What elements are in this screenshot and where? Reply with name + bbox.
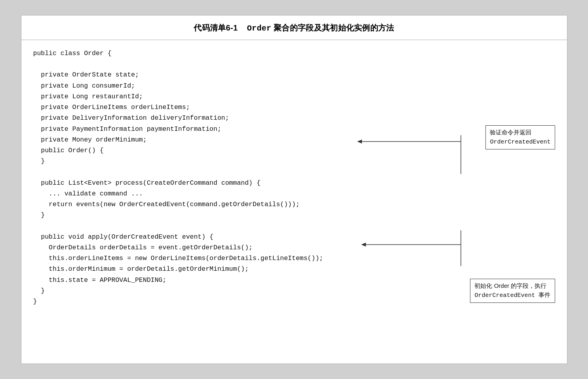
page-container: 代码清单6-1 Order 聚合的字段及其初始化实例的方法 public cla… <box>0 0 588 379</box>
code-block: public class Order { private OrderState … <box>33 48 555 307</box>
annotation-2-container: 初始化 Order 的字段，执行 OrderCreatedEvent 事件 <box>470 279 555 303</box>
annotation-1-line1: 验证命令并返回 <box>490 129 531 136</box>
title-code: Order <box>247 24 272 33</box>
code-area: public class Order { private OrderState … <box>21 40 567 315</box>
title-prefix: 代码清单6-1 <box>194 23 238 32</box>
annotation-1-container: 验证命令并返回 OrderCreatedEvent <box>485 125 555 149</box>
listing-title: 代码清单6-1 Order 聚合的字段及其初始化实例的方法 <box>21 15 567 40</box>
code-listing: 代码清单6-1 Order 聚合的字段及其初始化实例的方法 public cla… <box>21 15 567 364</box>
title-suffix: 聚合的字段及其初始化实例的方法 <box>274 23 394 32</box>
annotation-2-line2: OrderCreatedEvent 事件 <box>474 292 550 299</box>
annotation-1-box: 验证命令并返回 OrderCreatedEvent <box>485 125 555 149</box>
annotation-2-box: 初始化 Order 的字段，执行 OrderCreatedEvent 事件 <box>470 279 555 303</box>
annotation-1-line2: OrderCreatedEvent <box>490 139 550 145</box>
annotation-2-line1: 初始化 Order 的字段，执行 <box>474 282 546 289</box>
